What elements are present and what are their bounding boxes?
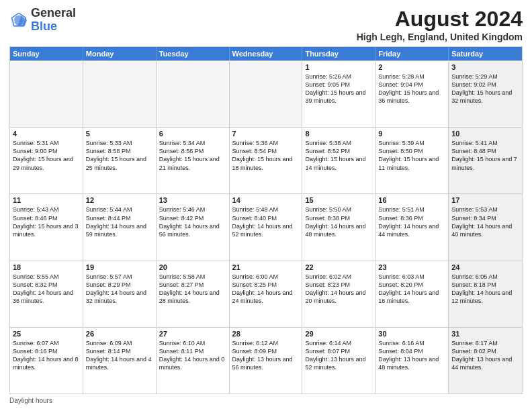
day-info: Sunrise: 5:46 AM Sunset: 8:42 PM Dayligh… bbox=[159, 205, 226, 238]
day-number: 21 bbox=[232, 263, 300, 271]
logo-icon bbox=[9, 11, 28, 30]
day-cell-11: 11Sunrise: 5:43 AM Sunset: 8:46 PM Dayli… bbox=[10, 194, 83, 260]
day-number: 29 bbox=[305, 330, 372, 338]
logo-general: General bbox=[31, 7, 76, 20]
day-number: 16 bbox=[378, 196, 445, 204]
title-block: August 2024 High Legh, England, United K… bbox=[357, 7, 523, 42]
day-cell-7: 7Sunrise: 5:36 AM Sunset: 8:54 PM Daylig… bbox=[230, 128, 303, 193]
day-number: 27 bbox=[159, 330, 226, 338]
day-number: 24 bbox=[451, 263, 519, 271]
day-info: Sunrise: 6:03 AM Sunset: 8:20 PM Dayligh… bbox=[378, 273, 445, 306]
day-info: Sunrise: 5:33 AM Sunset: 8:58 PM Dayligh… bbox=[86, 139, 153, 172]
week-row-3: 11Sunrise: 5:43 AM Sunset: 8:46 PM Dayli… bbox=[10, 193, 522, 260]
empty-cell bbox=[10, 61, 83, 127]
day-info: Sunrise: 5:41 AM Sunset: 8:48 PM Dayligh… bbox=[451, 139, 519, 172]
day-header-thursday: Thursday bbox=[302, 47, 375, 60]
footer-text: Daylight hours bbox=[9, 397, 52, 404]
day-header-saturday: Saturday bbox=[449, 47, 522, 60]
day-info: Sunrise: 6:10 AM Sunset: 8:11 PM Dayligh… bbox=[159, 339, 226, 372]
day-number: 20 bbox=[159, 263, 226, 271]
day-number: 9 bbox=[378, 130, 445, 138]
day-info: Sunrise: 5:39 AM Sunset: 8:50 PM Dayligh… bbox=[378, 139, 445, 172]
day-number: 22 bbox=[305, 263, 372, 271]
day-info: Sunrise: 5:50 AM Sunset: 8:38 PM Dayligh… bbox=[305, 205, 372, 238]
day-number: 2 bbox=[378, 63, 445, 71]
day-cell-1: 1Sunrise: 5:26 AM Sunset: 9:05 PM Daylig… bbox=[302, 61, 375, 127]
day-number: 8 bbox=[305, 130, 372, 138]
day-cell-20: 20Sunrise: 5:58 AM Sunset: 8:27 PM Dayli… bbox=[157, 261, 230, 327]
week-row-2: 4Sunrise: 5:31 AM Sunset: 9:00 PM Daylig… bbox=[10, 127, 522, 193]
day-cell-10: 10Sunrise: 5:41 AM Sunset: 8:48 PM Dayli… bbox=[449, 128, 522, 193]
day-cell-21: 21Sunrise: 6:00 AM Sunset: 8:25 PM Dayli… bbox=[230, 261, 303, 327]
day-number: 3 bbox=[451, 63, 519, 71]
day-info: Sunrise: 6:05 AM Sunset: 8:18 PM Dayligh… bbox=[451, 273, 519, 306]
day-number: 15 bbox=[305, 196, 372, 204]
calendar-body: 1Sunrise: 5:26 AM Sunset: 9:05 PM Daylig… bbox=[10, 60, 522, 394]
day-number: 1 bbox=[305, 63, 372, 71]
day-cell-23: 23Sunrise: 6:03 AM Sunset: 8:20 PM Dayli… bbox=[375, 261, 449, 327]
day-cell-2: 2Sunrise: 5:28 AM Sunset: 9:04 PM Daylig… bbox=[375, 61, 449, 127]
day-info: Sunrise: 5:26 AM Sunset: 9:05 PM Dayligh… bbox=[305, 73, 372, 105]
day-cell-31: 31Sunrise: 6:17 AM Sunset: 8:02 PM Dayli… bbox=[449, 328, 522, 394]
day-info: Sunrise: 5:36 AM Sunset: 8:54 PM Dayligh… bbox=[232, 139, 300, 172]
location: High Legh, England, United Kingdom bbox=[357, 32, 523, 42]
day-number: 11 bbox=[13, 196, 80, 204]
page: General Blue August 2024 High Legh, Engl… bbox=[0, 0, 532, 411]
day-cell-27: 27Sunrise: 6:10 AM Sunset: 8:11 PM Dayli… bbox=[157, 328, 230, 394]
day-info: Sunrise: 5:29 AM Sunset: 9:02 PM Dayligh… bbox=[451, 73, 519, 105]
calendar-header: SundayMondayTuesdayWednesdayThursdayFrid… bbox=[10, 47, 522, 60]
day-info: Sunrise: 5:55 AM Sunset: 8:32 PM Dayligh… bbox=[13, 273, 80, 306]
empty-cell bbox=[83, 61, 157, 127]
day-cell-14: 14Sunrise: 5:48 AM Sunset: 8:40 PM Dayli… bbox=[230, 194, 303, 260]
day-number: 10 bbox=[451, 130, 519, 138]
day-number: 5 bbox=[86, 130, 153, 138]
day-info: Sunrise: 6:16 AM Sunset: 8:04 PM Dayligh… bbox=[378, 339, 445, 372]
day-cell-3: 3Sunrise: 5:29 AM Sunset: 9:02 PM Daylig… bbox=[449, 61, 522, 127]
empty-cell bbox=[230, 61, 303, 127]
day-info: Sunrise: 6:17 AM Sunset: 8:02 PM Dayligh… bbox=[451, 339, 519, 372]
day-number: 18 bbox=[13, 263, 80, 271]
header: General Blue August 2024 High Legh, Engl… bbox=[9, 7, 523, 42]
day-info: Sunrise: 5:48 AM Sunset: 8:40 PM Dayligh… bbox=[232, 205, 300, 238]
day-header-sunday: Sunday bbox=[10, 47, 83, 60]
day-header-friday: Friday bbox=[375, 47, 449, 60]
logo-text: General Blue bbox=[31, 7, 76, 34]
day-info: Sunrise: 6:07 AM Sunset: 8:16 PM Dayligh… bbox=[13, 339, 80, 372]
calendar: SundayMondayTuesdayWednesdayThursdayFrid… bbox=[9, 46, 523, 394]
day-number: 7 bbox=[232, 130, 300, 138]
day-number: 31 bbox=[451, 330, 519, 338]
day-number: 12 bbox=[86, 196, 153, 204]
day-cell-6: 6Sunrise: 5:34 AM Sunset: 8:56 PM Daylig… bbox=[157, 128, 230, 193]
day-cell-30: 30Sunrise: 6:16 AM Sunset: 8:04 PM Dayli… bbox=[375, 328, 449, 394]
day-number: 30 bbox=[378, 330, 445, 338]
day-cell-24: 24Sunrise: 6:05 AM Sunset: 8:18 PM Dayli… bbox=[449, 261, 522, 327]
day-cell-5: 5Sunrise: 5:33 AM Sunset: 8:58 PM Daylig… bbox=[83, 128, 157, 193]
day-info: Sunrise: 6:14 AM Sunset: 8:07 PM Dayligh… bbox=[305, 339, 372, 372]
day-cell-16: 16Sunrise: 5:51 AM Sunset: 8:36 PM Dayli… bbox=[375, 194, 449, 260]
day-cell-15: 15Sunrise: 5:50 AM Sunset: 8:38 PM Dayli… bbox=[302, 194, 375, 260]
day-header-tuesday: Tuesday bbox=[157, 47, 230, 60]
day-number: 13 bbox=[159, 196, 226, 204]
day-number: 26 bbox=[86, 330, 153, 338]
empty-cell bbox=[157, 61, 230, 127]
day-number: 14 bbox=[232, 196, 300, 204]
week-row-4: 18Sunrise: 5:55 AM Sunset: 8:32 PM Dayli… bbox=[10, 261, 522, 327]
day-cell-17: 17Sunrise: 5:53 AM Sunset: 8:34 PM Dayli… bbox=[449, 194, 522, 260]
day-info: Sunrise: 5:58 AM Sunset: 8:27 PM Dayligh… bbox=[159, 273, 226, 306]
week-row-1: 1Sunrise: 5:26 AM Sunset: 9:05 PM Daylig… bbox=[10, 60, 522, 127]
logo-blue: Blue bbox=[31, 20, 76, 34]
day-info: Sunrise: 5:43 AM Sunset: 8:46 PM Dayligh… bbox=[13, 205, 80, 238]
day-number: 23 bbox=[378, 263, 445, 271]
day-cell-8: 8Sunrise: 5:38 AM Sunset: 8:52 PM Daylig… bbox=[302, 128, 375, 193]
day-info: Sunrise: 5:57 AM Sunset: 8:29 PM Dayligh… bbox=[86, 273, 153, 306]
week-row-5: 25Sunrise: 6:07 AM Sunset: 8:16 PM Dayli… bbox=[10, 327, 522, 394]
day-info: Sunrise: 6:00 AM Sunset: 8:25 PM Dayligh… bbox=[232, 273, 300, 306]
day-number: 25 bbox=[13, 330, 80, 338]
month-title: August 2024 bbox=[357, 7, 523, 32]
day-info: Sunrise: 6:12 AM Sunset: 8:09 PM Dayligh… bbox=[232, 339, 300, 372]
day-cell-25: 25Sunrise: 6:07 AM Sunset: 8:16 PM Dayli… bbox=[10, 328, 83, 394]
day-cell-4: 4Sunrise: 5:31 AM Sunset: 9:00 PM Daylig… bbox=[10, 128, 83, 193]
day-header-monday: Monday bbox=[83, 47, 157, 60]
day-info: Sunrise: 6:09 AM Sunset: 8:14 PM Dayligh… bbox=[86, 339, 153, 372]
day-cell-13: 13Sunrise: 5:46 AM Sunset: 8:42 PM Dayli… bbox=[157, 194, 230, 260]
